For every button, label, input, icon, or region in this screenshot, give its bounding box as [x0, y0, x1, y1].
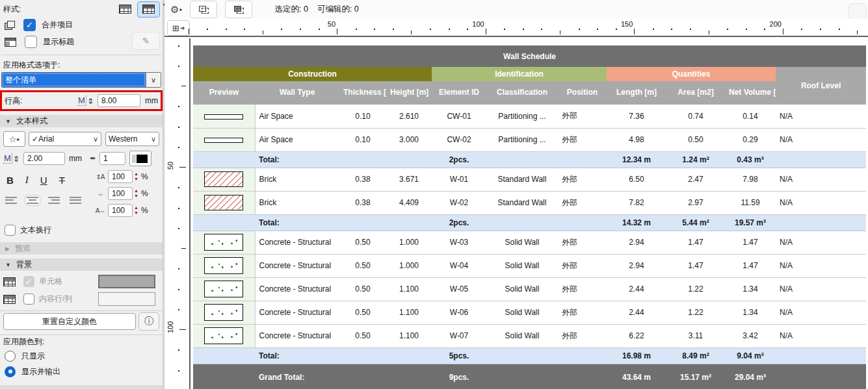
char-spacing-input[interactable]: 100 — [108, 204, 133, 217]
cell-thickness[interactable]: 0.50 — [339, 231, 386, 254]
cell-net-volume[interactable]: 1.47 — [725, 231, 776, 254]
display-output-radio[interactable] — [5, 366, 16, 377]
cell-net-volume[interactable]: 1.47 — [725, 254, 776, 277]
cell-thickness[interactable]: 0.38 — [339, 168, 386, 191]
cell-position[interactable]: 外部 — [558, 231, 607, 254]
cell-length[interactable]: 2.94 — [607, 254, 666, 277]
column-header-element-id[interactable]: Element ID — [432, 81, 486, 105]
char-spacing-stepper[interactable]: ▲▼ — [134, 205, 138, 216]
char-width-stepper[interactable]: ▲▼ — [134, 188, 138, 199]
cell-area[interactable]: 2.47 — [666, 168, 725, 191]
cell-net-volume[interactable]: 3.42 — [725, 324, 776, 347]
cell-height[interactable]: 1.000 — [386, 254, 432, 277]
cell-wall-type[interactable]: Air Space — [255, 128, 339, 151]
cell-classification[interactable]: Partitioning ... — [486, 128, 558, 151]
cell-classification[interactable]: Standard Wall — [486, 191, 558, 214]
cell-wall-type[interactable]: Concrete - Structural — [255, 231, 339, 254]
cell-net-volume[interactable]: 1.34 — [725, 277, 776, 301]
cell-height[interactable]: 2.610 — [386, 105, 432, 128]
cell-preview[interactable] — [193, 168, 255, 191]
column-header-roof-level[interactable]: Roof Level — [776, 67, 866, 105]
cell-roof-level[interactable]: N/A — [776, 191, 866, 214]
cell-wall-type[interactable]: Brick — [255, 191, 339, 214]
column-header-net-volume[interactable]: Net Volume [m3] — [725, 81, 776, 105]
cell-thickness[interactable]: 0.50 — [339, 254, 386, 277]
merge-items-checkbox[interactable]: ✓ — [23, 19, 36, 31]
cell-classification[interactable]: Solid Wall — [486, 301, 558, 324]
column-header-position[interactable]: Position — [558, 81, 607, 105]
show-headers-checkbox[interactable] — [25, 36, 37, 48]
favorites-button[interactable]: ☆▸ — [3, 131, 25, 147]
cell-position[interactable]: 外部 — [558, 105, 607, 128]
row-height-input[interactable]: 8.00 — [98, 94, 140, 107]
style-list-view-button[interactable] — [114, 2, 136, 17]
cell-position[interactable]: 外部 — [558, 191, 607, 214]
preview-section-header[interactable]: ▶ 预览 — [0, 242, 163, 255]
cell-element-id[interactable]: W-02 — [432, 191, 486, 214]
underline-button[interactable]: U — [40, 175, 47, 186]
cell-element-id[interactable]: W-04 — [432, 254, 486, 277]
format-scope-select[interactable]: 整个清单 ∨ — [1, 72, 161, 88]
cell-net-volume[interactable]: 7.98 — [725, 168, 776, 191]
cell-position[interactable]: 外部 — [558, 168, 607, 191]
cell-net-volume[interactable]: 0.14 — [725, 105, 776, 128]
cell-preview[interactable] — [193, 231, 255, 254]
cell-preview[interactable] — [193, 105, 255, 128]
cell-roof-level[interactable]: N/A — [776, 254, 866, 277]
wall-schedule-table[interactable]: Wall ScheduleConstructionIdentificationQ… — [193, 45, 866, 389]
cell-preview[interactable] — [193, 191, 255, 214]
info-button[interactable]: ⓘ — [138, 312, 159, 331]
cell-area[interactable]: 3.11 — [666, 324, 725, 347]
cell-element-id[interactable]: W-01 — [432, 168, 486, 191]
cell-height[interactable]: 1.100 — [386, 324, 432, 347]
font-color-swatch[interactable] — [129, 151, 151, 166]
cell-classification[interactable]: Solid Wall — [486, 231, 558, 254]
cell-length[interactable]: 6.50 — [607, 168, 666, 191]
cell-length[interactable]: 7.36 — [607, 105, 666, 128]
char-width-input[interactable]: 100 — [108, 187, 133, 200]
line-spacing-input[interactable]: 100 — [108, 170, 133, 183]
reset-colors-button[interactable]: 重置自定义颜色 — [3, 313, 136, 330]
align-right-button[interactable] — [47, 195, 61, 205]
cell-thickness[interactable]: 0.50 — [339, 301, 386, 324]
cell-classification[interactable]: Standard Wall — [486, 168, 558, 191]
cell-length[interactable]: 2.44 — [607, 277, 666, 301]
cell-net-volume[interactable]: 11.59 — [725, 191, 776, 214]
cell-area[interactable]: 1.22 — [666, 301, 725, 324]
cell-wall-type[interactable]: Concrete - Structural — [255, 301, 339, 324]
group-header-identification[interactable]: Identification — [432, 67, 607, 81]
italic-button[interactable]: I — [25, 175, 29, 186]
cell-wall-type[interactable]: Brick — [255, 168, 339, 191]
font-script-select[interactable]: Western ∨ — [105, 132, 159, 146]
cell-preview[interactable] — [193, 128, 255, 151]
cell-classification[interactable]: Solid Wall — [486, 254, 558, 277]
cell-thickness[interactable]: 0.50 — [339, 324, 386, 347]
cell-preview[interactable] — [193, 324, 255, 347]
cell-wall-type[interactable]: Concrete - Structural — [255, 254, 339, 277]
group-header-quantities[interactable]: Quantities — [607, 67, 776, 81]
cell-thickness[interactable]: 0.10 — [339, 128, 386, 151]
cell-classification[interactable]: Solid Wall — [486, 277, 558, 301]
cell-height[interactable]: 1.100 — [386, 301, 432, 324]
cell-area[interactable]: 0.74 — [666, 105, 725, 128]
cell-element-id[interactable]: CW-02 — [432, 128, 486, 151]
cell-height[interactable]: 4.409 — [386, 191, 432, 214]
cell-area[interactable]: 2.97 — [666, 191, 725, 214]
cell-position[interactable]: 外部 — [558, 254, 607, 277]
cell-height[interactable]: 3.000 — [386, 128, 432, 151]
cell-roof-level[interactable]: N/A — [776, 301, 866, 324]
cell-thickness[interactable]: 0.50 — [339, 277, 386, 301]
cell-net-volume[interactable]: 1.34 — [725, 301, 776, 324]
align-justify-button[interactable] — [68, 195, 83, 205]
cell-element-id[interactable]: W-07 — [432, 324, 486, 347]
column-header-preview[interactable]: Preview — [193, 81, 255, 105]
cell-area[interactable]: 1.22 — [666, 277, 725, 301]
cell-preview[interactable] — [193, 277, 255, 301]
cell-area[interactable]: 1.47 — [666, 254, 725, 277]
cell-element-id[interactable]: CW-01 — [432, 105, 486, 128]
content-bg-checkbox[interactable] — [23, 294, 34, 305]
cell-thickness[interactable]: 0.38 — [339, 191, 386, 214]
content-bg-swatch[interactable] — [98, 292, 155, 306]
column-header-thickness[interactable]: Thickness [m] — [339, 81, 386, 105]
cell-element-id[interactable]: W-03 — [432, 231, 486, 254]
